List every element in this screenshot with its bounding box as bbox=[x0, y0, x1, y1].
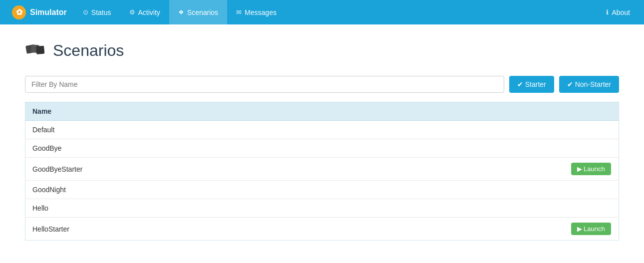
nav-item-status-label: Status bbox=[91, 8, 111, 16]
filter-input[interactable] bbox=[25, 76, 504, 93]
nav-brand[interactable]: ✿ Simulator bbox=[5, 0, 74, 24]
filter-bar: ✔ Starter ✔ Non-Starter bbox=[25, 76, 619, 93]
page-title-section: Scenarios bbox=[25, 39, 619, 62]
page-title-icon bbox=[25, 39, 46, 62]
navbar: ✿ Simulator ⊙ Status ⚙ Activity ❖ Scenar… bbox=[0, 0, 644, 24]
table-row: Default bbox=[25, 121, 619, 139]
scenario-action-cell bbox=[564, 199, 619, 218]
nav-item-about-label: About bbox=[612, 8, 630, 16]
scenario-name: GoodByeStarter bbox=[25, 158, 564, 181]
table-row: HelloStarter▶ Launch bbox=[25, 218, 619, 241]
col-name-header: Name bbox=[25, 102, 564, 121]
scenario-action-cell bbox=[564, 121, 619, 139]
scenario-action-cell: ▶ Launch bbox=[564, 218, 619, 241]
scenario-name: GoodNight bbox=[25, 181, 564, 199]
nav-logo-icon: ✿ bbox=[12, 5, 26, 19]
nav-item-scenarios-label: Scenarios bbox=[187, 8, 218, 16]
nav-item-messages[interactable]: ✉ Messages bbox=[227, 0, 286, 24]
table-row: GoodBye bbox=[25, 139, 619, 158]
table-row: GoodByeStarter▶ Launch bbox=[25, 158, 619, 181]
starter-filter-label: ✔ Starter bbox=[517, 80, 546, 88]
starter-filter-button[interactable]: ✔ Starter bbox=[509, 76, 554, 93]
launch-button[interactable]: ▶ Launch bbox=[571, 163, 611, 175]
scenario-name: HelloStarter bbox=[25, 218, 564, 241]
main-content: Scenarios ✔ Starter ✔ Non-Starter Name D… bbox=[0, 24, 644, 256]
non-starter-filter-label: ✔ Non-Starter bbox=[567, 80, 611, 88]
launch-button[interactable]: ▶ Launch bbox=[571, 223, 611, 235]
nav-item-about[interactable]: ℹ About bbox=[597, 8, 639, 16]
nav-item-status[interactable]: ⊙ Status bbox=[74, 0, 120, 24]
scenario-name: GoodBye bbox=[25, 139, 564, 158]
nav-brand-label: Simulator bbox=[30, 8, 67, 17]
svg-rect-2 bbox=[36, 46, 44, 54]
scenarios-icon: ❖ bbox=[178, 8, 184, 16]
activity-icon: ⚙ bbox=[129, 8, 135, 16]
scenario-action-cell: ▶ Launch bbox=[564, 158, 619, 181]
non-starter-filter-button[interactable]: ✔ Non-Starter bbox=[559, 76, 619, 93]
table-row: Hello bbox=[25, 199, 619, 218]
scenario-action-cell bbox=[564, 181, 619, 199]
scenario-name: Default bbox=[25, 121, 564, 139]
nav-item-messages-label: Messages bbox=[245, 8, 277, 16]
nav-item-activity-label: Activity bbox=[138, 8, 160, 16]
messages-icon: ✉ bbox=[236, 8, 242, 16]
page-title: Scenarios bbox=[53, 41, 124, 60]
scenario-action-cell bbox=[564, 139, 619, 158]
scenarios-table: Name DefaultGoodByeGoodByeStarter▶ Launc… bbox=[25, 102, 619, 241]
table-row: GoodNight bbox=[25, 181, 619, 199]
scenario-name: Hello bbox=[25, 199, 564, 218]
nav-item-scenarios[interactable]: ❖ Scenarios bbox=[169, 0, 227, 24]
status-icon: ⊙ bbox=[83, 8, 88, 16]
nav-right: ℹ About bbox=[597, 0, 639, 24]
table-header-row: Name bbox=[25, 102, 619, 121]
nav-item-activity[interactable]: ⚙ Activity bbox=[120, 0, 169, 24]
about-icon: ℹ bbox=[606, 8, 609, 16]
col-action-header bbox=[564, 102, 619, 121]
nav-items: ⊙ Status ⚙ Activity ❖ Scenarios ✉ Messag… bbox=[74, 0, 598, 24]
